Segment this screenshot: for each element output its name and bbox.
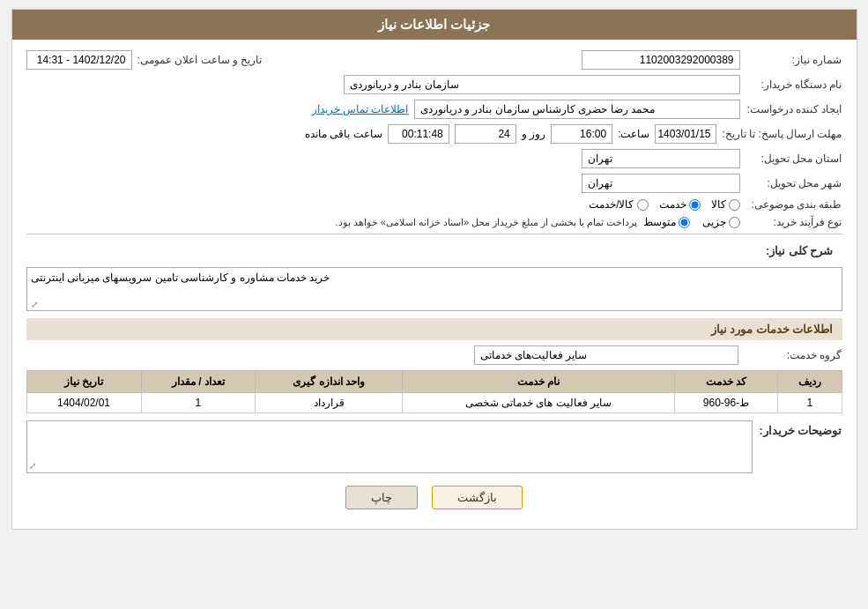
deadline-time-label: ساعت:	[618, 128, 649, 140]
purchase-type-row: نوع فرآیند خرید: جزیی متوسط پرداخت تمام …	[26, 216, 842, 228]
need-number-value: 1102003292000389	[582, 50, 740, 70]
deadline-label: مهلت ارسال پاسخ: تا تاریخ:	[722, 128, 842, 140]
contact-link[interactable]: اطلاعات تماس خریدار	[312, 103, 409, 115]
cell-unit: قرارداد	[256, 393, 402, 413]
buyer-notes-textarea[interactable]: ⤢	[26, 420, 753, 473]
textarea-resize-icon: ⤢	[29, 461, 36, 471]
deadline-row: مهلت ارسال پاسخ: تا تاریخ: 1403/01/15 سا…	[26, 124, 842, 144]
buyer-notes-section: توضیحات خریدار: ⤢	[26, 420, 842, 473]
need-number-row: شماره نیاز: 1102003292000389 تاریخ و ساع…	[26, 50, 842, 70]
category-radio-khedmat-input[interactable]	[689, 199, 701, 211]
category-radio-kala-khedmat-input[interactable]	[637, 199, 649, 211]
table-row: 1 ط-96-960 سایر فعالیت های خدماتی شخصی ق…	[26, 393, 842, 413]
print-button[interactable]: چاپ	[345, 486, 418, 509]
purchase-type-motavasset-label: متوسط	[643, 216, 676, 228]
province-value: تهران	[582, 149, 740, 168]
deadline-day-label: روز و	[522, 128, 545, 140]
col-unit: واحد اندازه گیری	[256, 371, 402, 393]
purchase-type-jozi-label: جزیی	[702, 216, 726, 228]
col-need-date: تاریخ نیاز	[26, 371, 141, 393]
category-kala-label: کالا	[711, 198, 726, 211]
cell-quantity: 1	[141, 393, 256, 413]
back-button[interactable]: بازگشت	[432, 486, 523, 509]
col-service-code: کد خدمت	[674, 371, 777, 393]
category-radio-group: کالا خدمت کالا/خدمت	[589, 198, 739, 211]
services-table: ردیف کد خدمت نام خدمت واحد اندازه گیری ت…	[26, 370, 842, 413]
table-header-row: ردیف کد خدمت نام خدمت واحد اندازه گیری ت…	[26, 371, 842, 393]
purchase-type-options: جزیی متوسط	[643, 216, 740, 228]
org-value: سازمان بنادر و دریانوردی	[344, 75, 740, 94]
category-radio-kala-khedmat[interactable]: کالا/خدمت	[589, 198, 648, 211]
category-label: طبقه بندی موضوعی:	[746, 198, 842, 211]
city-row: شهر محل تحویل: تهران	[26, 174, 842, 193]
description-value: خرید خدمات مشاوره و کارشناسی تامین سرویس…	[26, 267, 842, 311]
purchase-type-jozi-input[interactable]	[729, 217, 740, 228]
category-radio-kala[interactable]: کالا	[711, 198, 740, 211]
resize-icon: ⤢	[29, 300, 38, 308]
description-section-label: شرح کلی نیاز:	[757, 240, 842, 262]
buyer-notes-label: توضیحات خریدار:	[760, 420, 842, 437]
services-section-header: اطلاعات خدمات مورد نیاز	[26, 318, 842, 340]
datetime-label: تاریخ و ساعت اعلان عمومی:	[137, 54, 263, 66]
purchase-type-label: نوع فرآیند خرید:	[746, 216, 842, 228]
category-row: طبقه بندی موضوعی: کالا خدمت کالا/خدمت	[26, 198, 842, 211]
page-container: جزئیات اطلاعات نیاز شماره نیاز: 11020032…	[11, 9, 857, 530]
deadline-remaining: 00:11:48	[388, 124, 449, 144]
description-text: خرید خدمات مشاوره و کارشناسی تامین سرویس…	[31, 271, 330, 284]
purchase-type-motavasset[interactable]: متوسط	[643, 216, 690, 228]
cell-need-date: 1404/02/01	[26, 393, 141, 413]
group-service-value: سایر فعالیت‌های خدماتی	[474, 345, 738, 365]
deadline-remaining-label: ساعت باقی مانده	[305, 128, 382, 140]
creator-label: ایجاد کننده درخواست:	[746, 103, 842, 115]
description-section-row: شرح کلی نیاز:	[26, 240, 842, 262]
purchase-type-jozi[interactable]: جزیی	[702, 216, 740, 228]
page-title: جزئیات اطلاعات نیاز	[378, 17, 490, 32]
deadline-date: 1403/01/15	[655, 124, 716, 144]
category-radio-kala-input[interactable]	[729, 199, 740, 211]
province-label: استان محل تحویل:	[746, 152, 842, 165]
purchase-type-motavasset-input[interactable]	[679, 217, 690, 228]
org-label: نام دستگاه خریدار:	[746, 78, 842, 91]
creator-row: ایجاد کننده درخواست: محمد رضا حضری کارشن…	[26, 100, 842, 119]
need-number-label: شماره نیاز:	[746, 54, 842, 66]
category-radio-khedmat[interactable]: خدمت	[659, 198, 701, 211]
cell-service-code: ط-96-960	[674, 393, 777, 413]
city-label: شهر محل تحویل:	[746, 177, 842, 189]
purchase-type-note: پرداخت تمام یا بخشی از مبلغ خریداز محل «…	[336, 217, 638, 228]
deadline-days: 24	[455, 124, 516, 144]
group-service-label: گروه خدمت:	[746, 349, 842, 361]
description-container: خرید خدمات مشاوره و کارشناسی تامین سرویس…	[26, 267, 842, 311]
col-service-name: نام خدمت	[402, 371, 674, 393]
buttons-row: بازگشت چاپ	[26, 486, 842, 509]
category-khedmat-label: خدمت	[659, 198, 686, 211]
divider1	[26, 234, 842, 234]
province-row: استان محل تحویل: تهران	[26, 149, 842, 168]
creator-value: محمد رضا حضری کارشناس سازمان بنادر و دری…	[414, 100, 740, 119]
category-kala-khedmat-label: کالا/خدمت	[589, 198, 634, 211]
deadline-time: 16:00	[551, 124, 612, 144]
cell-service-name: سایر فعالیت های خدماتی شخصی	[402, 393, 674, 413]
cell-row-num: 1	[777, 393, 842, 413]
org-row: نام دستگاه خریدار: سازمان بنادر و دریانو…	[26, 75, 842, 94]
page-header: جزئیات اطلاعات نیاز	[12, 10, 857, 40]
group-service-row: گروه خدمت: سایر فعالیت‌های خدماتی	[26, 345, 842, 365]
col-quantity: تعداد / مقدار	[141, 371, 256, 393]
datetime-value: 1402/12/20 - 14:31	[26, 50, 132, 70]
col-row-num: ردیف	[777, 371, 842, 393]
content-area: شماره نیاز: 1102003292000389 تاریخ و ساع…	[12, 40, 857, 529]
city-value: تهران	[582, 174, 740, 193]
